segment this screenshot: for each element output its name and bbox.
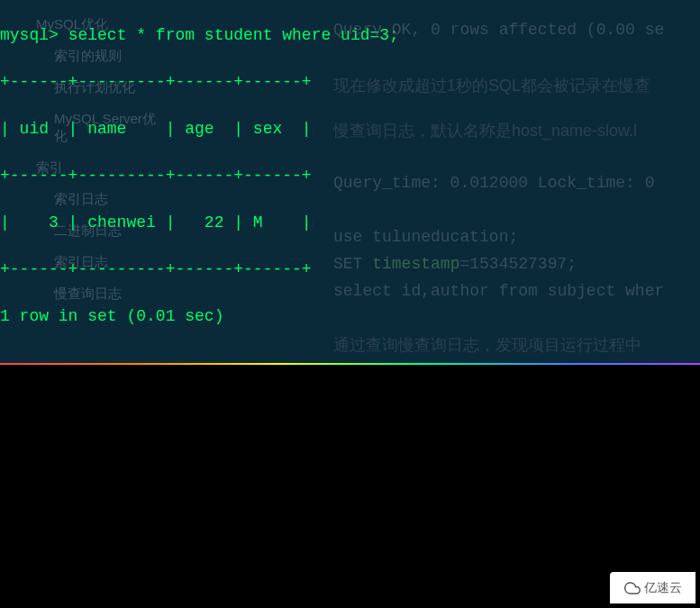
blank-area: [0, 363, 700, 608]
table-header: | uid | name | age | sex |: [0, 117, 700, 141]
table-divider: +------+---------+------+------+: [0, 164, 700, 187]
divider-bar: [0, 363, 700, 365]
query-result: 1 row in set (0.01 sec): [0, 304, 700, 328]
watermark-badge: 亿速云: [610, 572, 695, 603]
table-divider: +------+---------+------+------+: [0, 258, 700, 281]
mysql-prompt: mysql>: [0, 26, 59, 44]
table-divider: +------+---------+------+------+: [0, 70, 700, 94]
watermark-text: 亿速云: [644, 580, 682, 596]
sql-query: select * from student where uid=3;: [68, 26, 399, 44]
cloud-icon: [624, 580, 641, 596]
terminal-output: mysql> select * from student where uid=3…: [0, 0, 700, 363]
table-row: | 3 | chenwei | 22 | M |: [0, 211, 700, 234]
